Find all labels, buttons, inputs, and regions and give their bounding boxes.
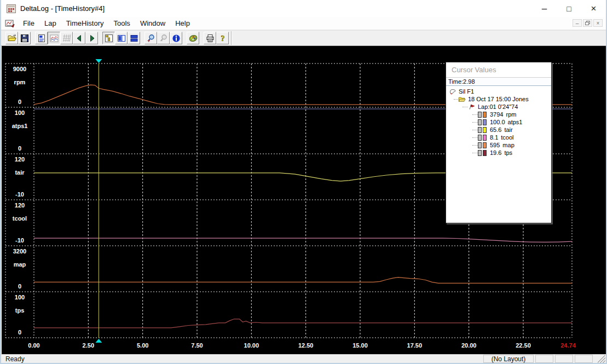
tree-connector (472, 130, 478, 130)
split-vertical-button[interactable] (115, 32, 128, 44)
prev-lap-button[interactable] (73, 32, 85, 44)
grid-icon (62, 34, 71, 43)
tree-lap[interactable]: Lap:01 0'24"74 (446, 103, 551, 111)
prev-lap-icon (75, 34, 84, 43)
menu-item-window[interactable]: Window (135, 18, 170, 29)
save-button[interactable] (18, 32, 31, 44)
timehistory-chart-button[interactable] (48, 32, 60, 44)
cursor-values-panel[interactable]: Cursor Values Time:2.98 Sil F118 Oct 17 … (446, 62, 552, 223)
channel-color-chip (483, 150, 487, 156)
next-lap-icon (88, 34, 96, 43)
folder-icon (458, 96, 466, 103)
minimize-button[interactable]: – (532, 0, 557, 17)
channel-axis-chip (478, 150, 482, 156)
svg-text:10.00: 10.00 (244, 342, 259, 349)
menu-item-help[interactable]: Help (170, 18, 195, 29)
svg-text:0: 0 (18, 283, 21, 290)
tree-root[interactable]: Sil F1 (446, 88, 551, 95)
tree-lap-label: Lap:01 0'24"74 (478, 103, 518, 110)
cursor-marker-top[interactable] (95, 59, 102, 63)
save-icon (20, 34, 29, 43)
channel-value: 100.0 (490, 119, 505, 125)
open-folder-button[interactable] (5, 32, 18, 44)
info-button[interactable] (170, 32, 182, 44)
channel-name: tps (504, 149, 512, 156)
svg-text:tair: tair (15, 169, 25, 176)
status-panel-empty (555, 355, 573, 363)
cursor-values-tree-icon (105, 34, 113, 43)
svg-text:tcool: tcool (13, 215, 27, 222)
timehistory-window-icon[interactable] (5, 19, 15, 27)
window-controls: – □ × (532, 0, 606, 17)
svg-text:-10: -10 (15, 191, 24, 198)
channel-axis-chip (478, 142, 482, 148)
cursor-marker-bottom[interactable] (95, 339, 102, 343)
cursor-channel-row-map[interactable]: 595map (446, 141, 551, 149)
open-folder-icon (8, 34, 16, 43)
app-window: DeltaLog - [TimeHistory#4] – □ × FileLap… (0, 0, 607, 364)
tree-session[interactable]: 18 Oct 17 15:00 Jones (446, 95, 551, 103)
svg-text:22.50: 22.50 (516, 342, 531, 349)
cursor-channel-row-rpm[interactable]: 3794rpm (446, 111, 551, 118)
cursor-channel-row-atps1[interactable]: 100.0atps1 (446, 118, 551, 126)
split-horizontal-button[interactable] (128, 32, 140, 44)
print-button[interactable] (204, 32, 216, 44)
svg-text:5.00: 5.00 (137, 342, 148, 349)
toolbar: ? (1, 30, 606, 46)
split-vertical-icon (117, 34, 126, 43)
close-button[interactable]: × (581, 0, 606, 17)
window-title: DeltaLog - [TimeHistory#4] (20, 4, 105, 13)
tree-connector (472, 122, 478, 123)
cursor-values-tree-button[interactable] (102, 32, 115, 44)
cursor-channel-row-tcool[interactable]: 8.1tcool (446, 134, 551, 141)
channel-name: tair (504, 126, 512, 133)
split-horizontal-icon (130, 34, 138, 43)
report-button[interactable] (35, 32, 48, 44)
cursor-channel-row-tps[interactable]: 19.6tps (446, 149, 551, 157)
resize-grip[interactable] (598, 355, 605, 363)
channel-value: 595 (490, 142, 500, 148)
zoom-in-icon (147, 34, 155, 43)
lap-flag-icon (468, 103, 476, 111)
tree-connector (472, 145, 478, 146)
svg-text:rpm: rpm (14, 79, 26, 85)
help-button[interactable]: ? (216, 32, 229, 44)
tree-connector (463, 107, 468, 107)
channel-color-chip (483, 142, 487, 148)
toolbar-separator (231, 31, 232, 45)
menu-item-file[interactable]: File (18, 18, 39, 29)
zoom-out-button (157, 32, 170, 44)
menu-item-lap[interactable]: Lap (39, 18, 61, 29)
tree-connector (472, 137, 478, 138)
channel-axis-chip (478, 119, 482, 125)
status-panel-empty (575, 355, 593, 363)
svg-text:0: 0 (18, 329, 21, 336)
palette-button[interactable] (187, 32, 199, 44)
svg-text:9000: 9000 (13, 66, 26, 72)
cursor-channel-row-tair[interactable]: 65.6tair (446, 126, 551, 134)
svg-text:?: ? (221, 34, 224, 43)
help-icon: ? (218, 34, 227, 43)
menu-item-tools[interactable]: Tools (109, 18, 135, 29)
svg-text:map: map (14, 261, 26, 268)
tree-session-label: 18 Oct 17 15:00 Jones (468, 96, 529, 102)
menu-bar: FileLapTimeHistoryToolsWindowHelp – × (1, 17, 606, 30)
svg-text:-10: -10 (15, 237, 24, 244)
next-lap-button[interactable] (85, 32, 98, 44)
zoom-in-button[interactable] (144, 32, 157, 44)
menu-item-timehistory[interactable]: TimeHistory (61, 18, 109, 29)
cursor-time-label: Time:2.98 (446, 78, 551, 86)
tree-connector (472, 114, 478, 115)
title-bar: DeltaLog - [TimeHistory#4] – □ × (1, 0, 606, 17)
mdi-restore-button[interactable] (583, 19, 592, 27)
mdi-minimize-button[interactable]: – (573, 19, 582, 27)
status-panel-empty (535, 355, 553, 363)
channel-value: 8.1 (490, 134, 498, 141)
app-icon (7, 4, 16, 13)
svg-text:100: 100 (15, 109, 25, 116)
palette-icon (189, 34, 198, 43)
maximize-button[interactable]: □ (557, 0, 581, 17)
svg-text:120: 120 (15, 202, 25, 209)
mdi-close-button[interactable]: × (593, 19, 603, 27)
svg-text:17.50: 17.50 (407, 342, 423, 349)
